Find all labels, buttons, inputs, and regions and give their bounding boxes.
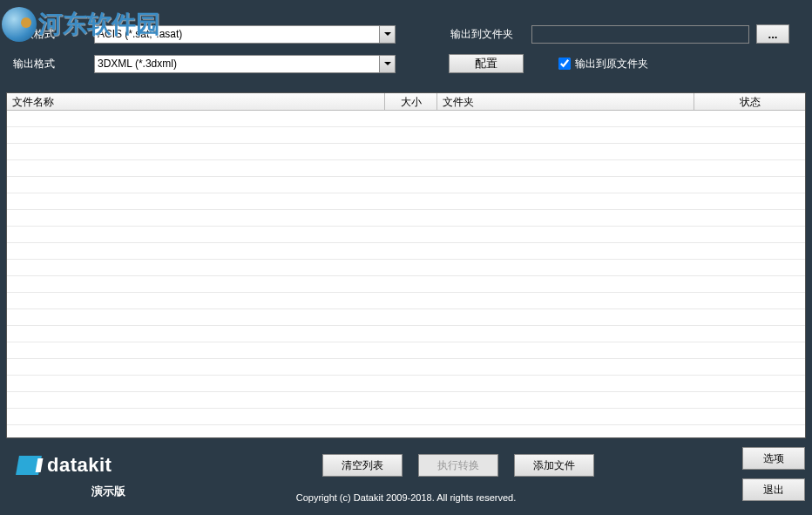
table-body[interactable] <box>7 111 805 438</box>
action-buttons: 清空列表 执行转换 添加文件 <box>105 454 812 477</box>
logo-text: datakit <box>47 454 112 477</box>
watermark-title: 河东软件园 <box>38 8 160 41</box>
table-row <box>7 376 805 392</box>
clear-list-button[interactable]: 清空列表 <box>322 454 403 477</box>
table-row <box>7 227 805 243</box>
table-row <box>7 177 805 193</box>
add-file-button[interactable]: 添加文件 <box>514 454 594 477</box>
table-row <box>7 326 805 342</box>
table-row <box>7 359 805 376</box>
column-header-filename[interactable]: 文件名称 <box>7 93 385 110</box>
table-row <box>7 111 805 127</box>
table-row <box>7 210 805 227</box>
output-folder-label: 输出到文件夹 <box>450 27 524 42</box>
table-row <box>7 243 805 260</box>
copyright-text: Copyright (c) Datakit 2009-2018. All rig… <box>0 492 812 503</box>
column-header-status[interactable]: 状态 <box>694 93 805 110</box>
table-row <box>7 309 805 326</box>
table-row <box>7 144 805 160</box>
datakit-logo-icon <box>16 456 42 475</box>
table-row <box>7 293 805 309</box>
output-format-select-wrap: 3DXML (*.3dxml) <box>94 55 396 73</box>
output-format-select[interactable]: 3DXML (*.3dxml) <box>94 55 396 73</box>
table-row <box>7 160 805 177</box>
browse-button[interactable]: ... <box>756 24 789 44</box>
table-row <box>7 409 805 425</box>
convert-button[interactable]: 执行转换 <box>418 454 498 477</box>
table-row <box>7 260 805 276</box>
file-table: 文件名称 大小 文件夹 状态 <box>6 92 806 438</box>
watermark-overlay: 河东软件园 <box>2 7 160 42</box>
output-original-checkbox-input[interactable] <box>558 58 571 70</box>
logo-block: datakit <box>17 454 112 477</box>
options-button[interactable]: 选项 <box>742 447 805 470</box>
table-row <box>7 276 805 293</box>
table-row <box>7 127 805 144</box>
output-format-row: 输出格式 3DXML (*.3dxml) 配置 输出到原文件夹 <box>9 54 803 73</box>
table-row <box>7 425 805 438</box>
table-row <box>7 193 805 210</box>
table-header: 文件名称 大小 文件夹 状态 <box>7 93 805 111</box>
config-button[interactable]: 配置 <box>449 54 524 73</box>
table-row <box>7 392 805 409</box>
column-header-size[interactable]: 大小 <box>385 93 437 110</box>
output-original-folder-checkbox[interactable]: 输出到原文件夹 <box>558 57 648 71</box>
watermark-globe-icon <box>2 7 37 42</box>
bottom-bar: datakit 演示版 清空列表 执行转换 添加文件 选项 退出 Copyrig… <box>0 438 812 508</box>
checkbox-label: 输出到原文件夹 <box>575 57 648 71</box>
output-format-label: 输出格式 <box>9 57 87 71</box>
output-folder-input[interactable] <box>531 25 749 44</box>
table-row <box>7 342 805 359</box>
column-header-folder[interactable]: 文件夹 <box>437 93 694 110</box>
